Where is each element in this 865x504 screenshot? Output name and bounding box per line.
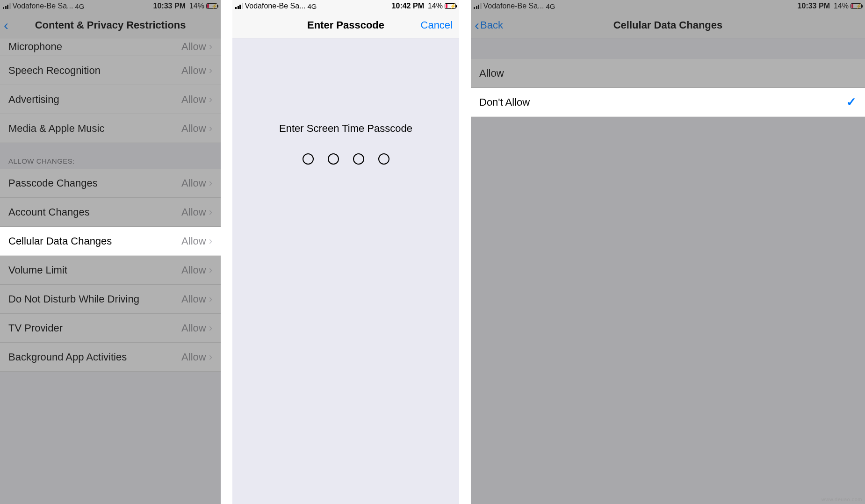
section-header-allow-changes: ALLOW CHANGES: [0,143,221,169]
nav-bar: ‹ Back Cellular Data Changes [471,12,865,38]
chevron-right-icon: › [209,41,212,53]
watermark: www.deuao.com [822,497,862,502]
row-cellular-data-changes[interactable]: Cellular Data Changes Allow› [0,227,221,256]
passcode-dot [378,153,389,165]
battery-percent: 14% [428,2,443,10]
cancel-button[interactable]: Cancel [421,19,453,31]
carrier-label: Vodafone-Be Sa... [245,2,306,10]
row-background-app-activities[interactable]: Background App Activities Allow› [0,343,221,372]
battery-percent: 14% [834,2,849,10]
chevron-left-icon: ‹ [475,18,480,32]
signal-icon [235,3,243,9]
signal-icon [474,3,482,9]
chevron-right-icon: › [209,351,212,363]
chevron-right-icon: › [209,94,212,106]
passcode-dots[interactable] [232,153,459,165]
checkmark-icon: ✓ [846,95,857,109]
chevron-right-icon: › [209,177,212,189]
clock: 10:33 PM [150,2,189,10]
battery-percent: 14% [189,2,204,10]
back-button[interactable]: ‹ [4,18,9,32]
row-speech-recognition[interactable]: Speech Recognition Allow› [0,56,221,85]
row-microphone[interactable]: Microphone Allow› [0,38,221,56]
charging-icon: ⚡ [856,3,862,9]
row-passcode-changes[interactable]: Passcode Changes Allow› [0,169,221,198]
charging-icon: ⚡ [450,3,456,9]
network-type: 4G [546,2,555,10]
passcode-dot [353,153,364,165]
option-dont-allow[interactable]: Don't Allow ✓ [471,88,865,117]
row-volume-limit[interactable]: Volume Limit Allow› [0,256,221,285]
chevron-right-icon: › [209,264,212,276]
passcode-dot [303,153,314,165]
chevron-right-icon: › [209,206,212,218]
clock: 10:42 PM [388,2,428,10]
row-advertising[interactable]: Advertising Allow› [0,85,221,114]
screen-passcode: Vodafone-Be Sa... 4G 10:42 PM 14% ⚡ Ente… [232,0,459,504]
page-title: Enter Passcode [307,19,384,31]
option-allow[interactable]: Allow [471,59,865,88]
passcode-prompt: Enter Screen Time Passcode [232,122,459,135]
row-media-apple-music[interactable]: Media & Apple Music Allow› [0,114,221,143]
chevron-right-icon: › [209,122,212,135]
passcode-dot [328,153,339,165]
content-area: Allow Don't Allow ✓ [471,38,865,504]
chevron-right-icon: › [209,65,212,77]
row-account-changes[interactable]: Account Changes Allow› [0,198,221,227]
nav-bar: ‹ Content & Privacy Restrictions [0,12,221,38]
carrier-label: Vodafone-Be Sa... [13,2,73,10]
back-label: Back [480,19,503,31]
status-bar: Vodafone-Be Sa... 4G 10:33 PM 14% ⚡ [0,0,221,12]
back-button[interactable]: ‹ Back [475,18,503,32]
status-bar: Vodafone-Be Sa... 4G 10:33 PM 14% ⚡ [471,0,865,12]
screen-restrictions: Vodafone-Be Sa... 4G 10:33 PM 14% ⚡ ‹ Co… [0,0,221,504]
status-bar: Vodafone-Be Sa... 4G 10:42 PM 14% ⚡ [232,0,459,12]
signal-icon [3,3,11,9]
chevron-right-icon: › [209,235,212,247]
network-type: 4G [307,2,317,10]
content-area: Microphone Allow› Speech Recognition All… [0,38,221,504]
charging-icon: ⚡ [211,3,218,9]
screen-cellular-data-changes: Vodafone-Be Sa... 4G 10:33 PM 14% ⚡ ‹ Ba… [471,0,865,504]
nav-bar: Enter Passcode Cancel [232,12,459,38]
carrier-label: Vodafone-Be Sa... [483,2,544,10]
content-area: Enter Screen Time Passcode [232,38,459,504]
network-type: 4G [75,2,84,10]
chevron-right-icon: › [209,322,212,334]
row-tv-provider[interactable]: TV Provider Allow› [0,314,221,343]
chevron-right-icon: › [209,293,212,305]
chevron-left-icon: ‹ [4,18,9,32]
clock: 10:33 PM [794,2,834,10]
page-title: Content & Privacy Restrictions [35,19,186,31]
row-dnd-while-driving[interactable]: Do Not Disturb While Driving Allow› [0,285,221,314]
page-title: Cellular Data Changes [613,19,723,31]
